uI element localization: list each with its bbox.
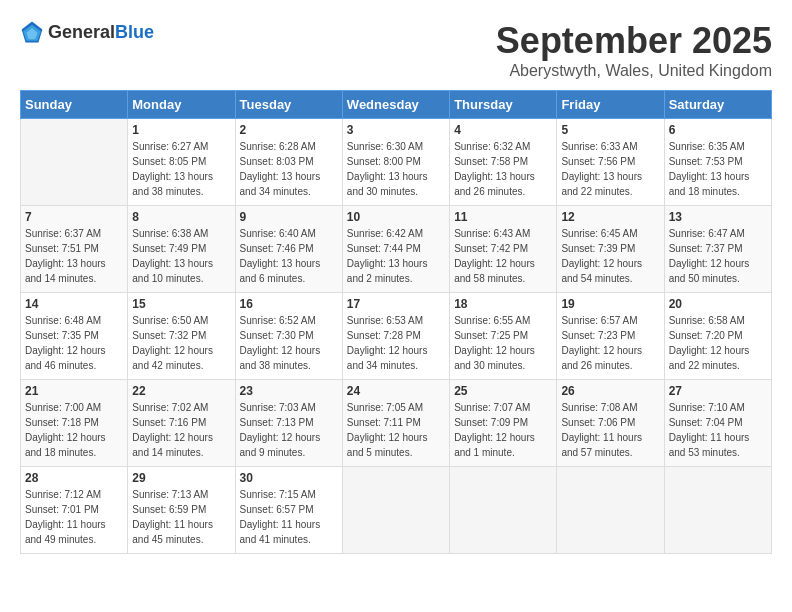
day-info: Sunrise: 6:50 AMSunset: 7:32 PMDaylight:… — [132, 313, 230, 373]
day-cell: 29Sunrise: 7:13 AMSunset: 6:59 PMDayligh… — [128, 467, 235, 554]
day-cell: 12Sunrise: 6:45 AMSunset: 7:39 PMDayligh… — [557, 206, 664, 293]
day-cell: 7Sunrise: 6:37 AMSunset: 7:51 PMDaylight… — [21, 206, 128, 293]
day-number: 20 — [669, 297, 767, 311]
day-cell: 17Sunrise: 6:53 AMSunset: 7:28 PMDayligh… — [342, 293, 449, 380]
page-header: GeneralBlue September 2025 Aberystwyth, … — [20, 20, 772, 80]
header-tuesday: Tuesday — [235, 91, 342, 119]
day-info: Sunrise: 6:43 AMSunset: 7:42 PMDaylight:… — [454, 226, 552, 286]
day-number: 9 — [240, 210, 338, 224]
day-number: 8 — [132, 210, 230, 224]
day-cell: 13Sunrise: 6:47 AMSunset: 7:37 PMDayligh… — [664, 206, 771, 293]
day-info: Sunrise: 6:32 AMSunset: 7:58 PMDaylight:… — [454, 139, 552, 199]
header-friday: Friday — [557, 91, 664, 119]
day-cell: 30Sunrise: 7:15 AMSunset: 6:57 PMDayligh… — [235, 467, 342, 554]
day-number: 29 — [132, 471, 230, 485]
day-number: 4 — [454, 123, 552, 137]
day-number: 21 — [25, 384, 123, 398]
day-number: 19 — [561, 297, 659, 311]
logo-general: General — [48, 22, 115, 42]
day-number: 12 — [561, 210, 659, 224]
day-info: Sunrise: 7:10 AMSunset: 7:04 PMDaylight:… — [669, 400, 767, 460]
day-info: Sunrise: 6:27 AMSunset: 8:05 PMDaylight:… — [132, 139, 230, 199]
logo-icon — [20, 20, 44, 44]
day-cell: 28Sunrise: 7:12 AMSunset: 7:01 PMDayligh… — [21, 467, 128, 554]
day-number: 25 — [454, 384, 552, 398]
header-saturday: Saturday — [664, 91, 771, 119]
day-number: 6 — [669, 123, 767, 137]
day-number: 2 — [240, 123, 338, 137]
day-info: Sunrise: 7:05 AMSunset: 7:11 PMDaylight:… — [347, 400, 445, 460]
day-info: Sunrise: 6:47 AMSunset: 7:37 PMDaylight:… — [669, 226, 767, 286]
week-row-2: 7Sunrise: 6:37 AMSunset: 7:51 PMDaylight… — [21, 206, 772, 293]
day-info: Sunrise: 6:58 AMSunset: 7:20 PMDaylight:… — [669, 313, 767, 373]
day-number: 1 — [132, 123, 230, 137]
day-info: Sunrise: 6:42 AMSunset: 7:44 PMDaylight:… — [347, 226, 445, 286]
day-number: 22 — [132, 384, 230, 398]
day-cell: 26Sunrise: 7:08 AMSunset: 7:06 PMDayligh… — [557, 380, 664, 467]
day-cell: 2Sunrise: 6:28 AMSunset: 8:03 PMDaylight… — [235, 119, 342, 206]
day-cell: 11Sunrise: 6:43 AMSunset: 7:42 PMDayligh… — [450, 206, 557, 293]
day-info: Sunrise: 6:33 AMSunset: 7:56 PMDaylight:… — [561, 139, 659, 199]
day-info: Sunrise: 7:15 AMSunset: 6:57 PMDaylight:… — [240, 487, 338, 547]
calendar-table: SundayMondayTuesdayWednesdayThursdayFrid… — [20, 90, 772, 554]
day-cell — [342, 467, 449, 554]
day-number: 16 — [240, 297, 338, 311]
day-number: 28 — [25, 471, 123, 485]
day-cell: 15Sunrise: 6:50 AMSunset: 7:32 PMDayligh… — [128, 293, 235, 380]
day-info: Sunrise: 6:40 AMSunset: 7:46 PMDaylight:… — [240, 226, 338, 286]
day-info: Sunrise: 6:52 AMSunset: 7:30 PMDaylight:… — [240, 313, 338, 373]
day-number: 10 — [347, 210, 445, 224]
day-info: Sunrise: 6:35 AMSunset: 7:53 PMDaylight:… — [669, 139, 767, 199]
header-row: SundayMondayTuesdayWednesdayThursdayFrid… — [21, 91, 772, 119]
day-info: Sunrise: 7:12 AMSunset: 7:01 PMDaylight:… — [25, 487, 123, 547]
day-cell: 10Sunrise: 6:42 AMSunset: 7:44 PMDayligh… — [342, 206, 449, 293]
day-cell: 16Sunrise: 6:52 AMSunset: 7:30 PMDayligh… — [235, 293, 342, 380]
day-cell: 25Sunrise: 7:07 AMSunset: 7:09 PMDayligh… — [450, 380, 557, 467]
day-cell: 1Sunrise: 6:27 AMSunset: 8:05 PMDaylight… — [128, 119, 235, 206]
day-cell: 18Sunrise: 6:55 AMSunset: 7:25 PMDayligh… — [450, 293, 557, 380]
day-number: 3 — [347, 123, 445, 137]
header-thursday: Thursday — [450, 91, 557, 119]
day-info: Sunrise: 6:28 AMSunset: 8:03 PMDaylight:… — [240, 139, 338, 199]
day-number: 15 — [132, 297, 230, 311]
day-cell: 24Sunrise: 7:05 AMSunset: 7:11 PMDayligh… — [342, 380, 449, 467]
header-monday: Monday — [128, 91, 235, 119]
calendar-body: 1Sunrise: 6:27 AMSunset: 8:05 PMDaylight… — [21, 119, 772, 554]
day-cell: 20Sunrise: 6:58 AMSunset: 7:20 PMDayligh… — [664, 293, 771, 380]
day-number: 23 — [240, 384, 338, 398]
day-info: Sunrise: 7:00 AMSunset: 7:18 PMDaylight:… — [25, 400, 123, 460]
day-cell — [21, 119, 128, 206]
day-info: Sunrise: 7:13 AMSunset: 6:59 PMDaylight:… — [132, 487, 230, 547]
day-cell: 9Sunrise: 6:40 AMSunset: 7:46 PMDaylight… — [235, 206, 342, 293]
day-cell: 3Sunrise: 6:30 AMSunset: 8:00 PMDaylight… — [342, 119, 449, 206]
day-info: Sunrise: 7:07 AMSunset: 7:09 PMDaylight:… — [454, 400, 552, 460]
header-wednesday: Wednesday — [342, 91, 449, 119]
day-info: Sunrise: 6:45 AMSunset: 7:39 PMDaylight:… — [561, 226, 659, 286]
week-row-5: 28Sunrise: 7:12 AMSunset: 7:01 PMDayligh… — [21, 467, 772, 554]
week-row-4: 21Sunrise: 7:00 AMSunset: 7:18 PMDayligh… — [21, 380, 772, 467]
day-info: Sunrise: 7:02 AMSunset: 7:16 PMDaylight:… — [132, 400, 230, 460]
day-cell: 23Sunrise: 7:03 AMSunset: 7:13 PMDayligh… — [235, 380, 342, 467]
day-number: 7 — [25, 210, 123, 224]
day-number: 17 — [347, 297, 445, 311]
day-cell: 21Sunrise: 7:00 AMSunset: 7:18 PMDayligh… — [21, 380, 128, 467]
day-cell: 22Sunrise: 7:02 AMSunset: 7:16 PMDayligh… — [128, 380, 235, 467]
week-row-3: 14Sunrise: 6:48 AMSunset: 7:35 PMDayligh… — [21, 293, 772, 380]
day-cell — [557, 467, 664, 554]
month-title: September 2025 — [496, 20, 772, 62]
day-number: 5 — [561, 123, 659, 137]
day-cell — [450, 467, 557, 554]
day-info: Sunrise: 6:30 AMSunset: 8:00 PMDaylight:… — [347, 139, 445, 199]
day-info: Sunrise: 6:37 AMSunset: 7:51 PMDaylight:… — [25, 226, 123, 286]
day-number: 13 — [669, 210, 767, 224]
day-info: Sunrise: 6:55 AMSunset: 7:25 PMDaylight:… — [454, 313, 552, 373]
day-info: Sunrise: 7:03 AMSunset: 7:13 PMDaylight:… — [240, 400, 338, 460]
day-number: 14 — [25, 297, 123, 311]
calendar-header: SundayMondayTuesdayWednesdayThursdayFrid… — [21, 91, 772, 119]
header-sunday: Sunday — [21, 91, 128, 119]
logo-text: GeneralBlue — [48, 22, 154, 43]
day-cell: 6Sunrise: 6:35 AMSunset: 7:53 PMDaylight… — [664, 119, 771, 206]
day-cell: 5Sunrise: 6:33 AMSunset: 7:56 PMDaylight… — [557, 119, 664, 206]
day-info: Sunrise: 6:57 AMSunset: 7:23 PMDaylight:… — [561, 313, 659, 373]
logo-blue: Blue — [115, 22, 154, 42]
